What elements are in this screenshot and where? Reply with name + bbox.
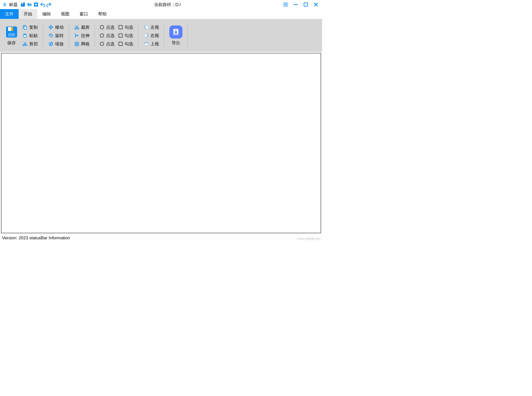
grid-icon (74, 41, 80, 47)
window-controls (283, 2, 320, 7)
left-view-button[interactable]: 左视 (143, 24, 159, 30)
svg-point-20 (75, 34, 76, 35)
rotate-label: 旋转 (55, 33, 64, 39)
group-radio: 点选 点选 点选 (98, 24, 117, 47)
svg-rect-7 (11, 27, 13, 31)
right-view-button[interactable]: 右视 (143, 33, 159, 39)
save-icon[interactable] (20, 2, 26, 7)
menu-start[interactable]: 开始 (19, 9, 37, 19)
move-icon (48, 24, 54, 30)
group-save: 保存 (3, 25, 20, 46)
stretch-icon (74, 33, 80, 38)
stretch-button[interactable]: 拉伸 (74, 33, 90, 39)
radio-option-1[interactable]: 点选 (100, 24, 115, 30)
paste-button[interactable]: 粘贴 (22, 33, 38, 39)
svg-rect-12 (24, 34, 26, 35)
group-clipboard: 复制 粘贴 剪切 (20, 24, 40, 47)
separator (43, 24, 43, 47)
right-view-label: 右视 (150, 33, 159, 39)
crop-button[interactable]: 裁剪 (74, 24, 90, 30)
menu-file[interactable]: 文件 (0, 9, 19, 19)
check-label: 勾选 (125, 24, 133, 30)
move-button[interactable]: 移动 (48, 24, 64, 30)
separator (187, 24, 188, 47)
ribbon: 保存 复制 粘贴 剪切 移动 旋转 缩放 (0, 19, 322, 52)
check-option-3[interactable]: 勾选 (119, 41, 133, 47)
top-view-button[interactable]: 上视 (143, 41, 159, 47)
check-option-2[interactable]: 勾选 (119, 33, 133, 39)
svg-rect-4 (304, 3, 308, 6)
save-label: 保存 (7, 40, 16, 46)
top-view-icon (143, 41, 149, 47)
svg-rect-2 (23, 3, 23, 4)
svg-rect-27 (144, 42, 148, 44)
radio-label: 点选 (106, 24, 115, 30)
statusbar: Version: 2023 statusBar Information CSDN… (0, 234, 322, 242)
paste-icon (22, 33, 28, 38)
scale-button[interactable]: 缩放 (48, 41, 64, 47)
group-views: 左视 右视 上视 (141, 24, 161, 47)
group-check: 勾选 勾选 勾选 (117, 24, 135, 47)
menubar: 文件 开始 编辑 视图 窗口 帮助 (0, 9, 322, 19)
close-icon[interactable] (313, 2, 319, 7)
menu-icon[interactable] (283, 2, 288, 7)
check-option-1[interactable]: 勾选 (119, 24, 133, 30)
copy-button[interactable]: 复制 (22, 24, 38, 30)
menu-window[interactable]: 窗口 (74, 9, 93, 19)
separator (69, 24, 69, 47)
new-icon[interactable] (33, 2, 39, 7)
radio-option-2[interactable]: 点选 (100, 33, 115, 39)
check-label: 勾选 (125, 41, 133, 47)
minimize-icon[interactable] (293, 2, 298, 7)
crop-icon (74, 24, 80, 30)
maximize-icon[interactable] (303, 2, 309, 7)
svg-rect-13 (24, 35, 26, 37)
group-transform: 移动 旋转 缩放 (46, 24, 66, 47)
status-text: Version: 2023 statusBar Information (2, 236, 70, 241)
checkbox-icon (119, 25, 123, 29)
checkbox-icon (119, 42, 123, 46)
scale-icon (48, 41, 54, 47)
group-export: 导出 (167, 25, 184, 46)
open-icon[interactable] (27, 2, 32, 7)
cut-label: 剪切 (29, 41, 38, 47)
paste-label: 粘贴 (29, 33, 38, 39)
separator (164, 24, 164, 47)
svg-rect-8 (8, 33, 15, 37)
path-label: 当前路径：D:/ (52, 2, 283, 8)
watermark: CSDN @荷塘月色2 (296, 237, 321, 241)
cut-button[interactable]: 剪切 (22, 41, 38, 47)
radio-icon (100, 42, 104, 46)
menu-edit[interactable]: 编辑 (37, 9, 56, 19)
left-view-icon (143, 24, 149, 30)
left-view-label: 左视 (150, 24, 159, 30)
check-label: 勾选 (125, 33, 133, 39)
export-icon (169, 25, 182, 39)
separator (95, 24, 95, 47)
svg-point-21 (75, 36, 76, 37)
redo-icon[interactable] (46, 2, 52, 7)
radio-label: 点选 (106, 41, 115, 47)
rotate-icon (48, 33, 54, 38)
copy-icon (22, 24, 28, 30)
rotate-button[interactable]: 旋转 (48, 33, 64, 39)
radio-label: 点选 (106, 33, 115, 39)
move-label: 移动 (55, 24, 64, 30)
save-large-icon (5, 25, 18, 39)
undo-icon[interactable] (40, 2, 45, 7)
top-view-label: 上视 (150, 41, 159, 47)
content-area (1, 53, 321, 233)
titlebar-left: 标题 (2, 2, 52, 8)
svg-rect-23 (144, 26, 146, 29)
svg-rect-10 (24, 26, 27, 29)
window-title: 标题 (9, 2, 18, 8)
grid-button[interactable]: 网格 (74, 41, 90, 47)
home-icon[interactable] (2, 2, 8, 7)
save-button[interactable]: 保存 (3, 25, 20, 46)
crop-label: 裁剪 (81, 24, 90, 30)
menu-view[interactable]: 视图 (56, 9, 74, 19)
separator (138, 24, 138, 47)
menu-help[interactable]: 帮助 (93, 9, 112, 19)
radio-option-3[interactable]: 点选 (100, 41, 115, 47)
export-button[interactable]: 导出 (167, 25, 184, 46)
